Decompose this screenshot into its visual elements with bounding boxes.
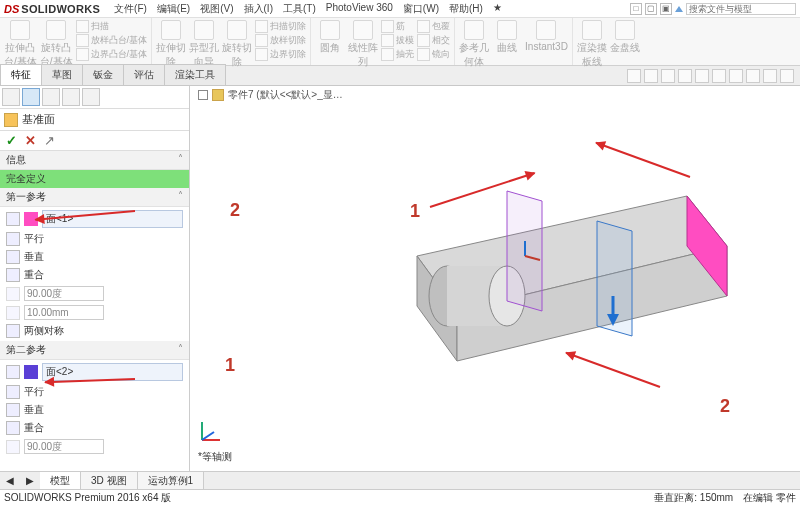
ribbon-cut-loft[interactable]: 放样切除 xyxy=(255,34,306,47)
ribbon-hole-wizard[interactable]: 异型孔 向导 xyxy=(189,20,219,69)
view-tool-icon[interactable] xyxy=(729,69,743,83)
view-tool-icon[interactable] xyxy=(695,69,709,83)
ribbon-mirror[interactable]: 镜向 xyxy=(417,48,450,61)
titlebar-icon[interactable]: ▢ xyxy=(645,3,657,15)
pattern-icon xyxy=(353,20,373,40)
first-ref-symmetry[interactable]: 两侧对称 xyxy=(4,323,185,339)
ribbon-revolve-boss[interactable]: 旋转凸 台/基体 xyxy=(40,20,73,69)
status-bar: SOLIDWORKS Premium 2016 x64 版 垂直距离: 150m… xyxy=(0,489,800,505)
section-second-ref-header[interactable]: 第二参考˄ xyxy=(0,341,189,360)
refgeo-icon xyxy=(464,20,484,40)
ribbon-wrap[interactable]: 包覆 xyxy=(417,20,450,33)
menu-star[interactable]: ★ xyxy=(491,2,504,16)
menu-photoview[interactable]: PhotoView 360 xyxy=(324,2,395,16)
tab-motion[interactable]: 运动算例1 xyxy=(138,472,205,490)
ds-logo-icon: DS xyxy=(4,3,19,15)
second-ref-coincident[interactable]: 重合 xyxy=(4,420,185,436)
view-tool-icon[interactable] xyxy=(746,69,760,83)
graphics-viewport[interactable]: 零件7 (默认<<默认>_显… 1 xyxy=(190,86,800,486)
first-ref-parallel[interactable]: 平行 xyxy=(4,231,185,247)
prev-tab-icon[interactable]: ◀ xyxy=(0,475,20,486)
ribbon-sweep[interactable]: 扫描 xyxy=(76,20,148,33)
cancel-button[interactable]: ✕ xyxy=(25,133,36,148)
ribbon-loft[interactable]: 放样凸台/基体 xyxy=(76,34,148,47)
ribbon-extrude-boss[interactable]: 拉伸凸 台/基体 xyxy=(4,20,37,69)
ok-button[interactable]: ✓ xyxy=(6,133,17,148)
menu-insert[interactable]: 插入(I) xyxy=(242,2,275,16)
menu-help[interactable]: 帮助(H) xyxy=(447,2,485,16)
first-ref-selection[interactable]: 面<1> xyxy=(4,209,185,229)
distance-input xyxy=(24,305,104,320)
ribbon-curves[interactable]: 曲线 xyxy=(492,20,522,55)
tab-render[interactable]: 渲染工具 xyxy=(164,64,226,85)
menu-edit[interactable]: 编辑(E) xyxy=(155,2,192,16)
ribbon-cut-extrude[interactable]: 拉伸切 除 xyxy=(156,20,186,69)
menu-tools[interactable]: 工具(T) xyxy=(281,2,318,16)
view-tool-icon[interactable] xyxy=(780,69,794,83)
tab-evaluate[interactable]: 评估 xyxy=(123,64,165,85)
config-tab-icon[interactable] xyxy=(42,88,60,106)
view-tool-icon[interactable] xyxy=(712,69,726,83)
ribbon-instant3d[interactable]: Instant3D xyxy=(525,20,568,52)
second-ref-parallel[interactable]: 平行 xyxy=(4,384,185,400)
pushpin-button[interactable]: ↗ xyxy=(44,133,55,148)
next-tab-icon[interactable]: ▶ xyxy=(20,475,40,486)
parallel-icon xyxy=(6,385,20,399)
tab-3dview[interactable]: 3D 视图 xyxy=(81,472,138,490)
ribbon-cut-boundary[interactable]: 边界切除 xyxy=(255,48,306,61)
property-manager-tab-icon[interactable] xyxy=(22,88,40,106)
ribbon-render-template[interactable]: 渲染摸 板线 xyxy=(577,20,607,69)
feature-tree-tab-icon[interactable] xyxy=(2,88,20,106)
section-first-ref-header[interactable]: 第一参考˄ xyxy=(0,188,189,207)
first-ref-angle xyxy=(4,285,185,302)
ribbon-linear-pattern[interactable]: 线性阵 列 xyxy=(348,20,378,69)
view-tool-icon[interactable] xyxy=(661,69,675,83)
second-ref-perp[interactable]: 垂直 xyxy=(4,402,185,418)
menu-view[interactable]: 视图(V) xyxy=(198,2,235,16)
work-area: 基准面 ✓ ✕ ↗ 信息˄ 完全定义 第一参考˄ 面<1> 平行 垂直 重合 两… xyxy=(0,86,800,486)
heads-up-toolbar xyxy=(627,69,800,85)
search-input[interactable] xyxy=(686,3,796,15)
ribbon-fillet[interactable]: 圆角 xyxy=(315,20,345,55)
ribbon-shell[interactable]: 抽壳 xyxy=(381,48,414,61)
first-ref-coincident[interactable]: 重合 xyxy=(4,267,185,283)
tab-model[interactable]: 模型 xyxy=(40,472,81,490)
display-tab-icon[interactable] xyxy=(82,88,100,106)
ribbon-cut-sweep[interactable]: 扫描切除 xyxy=(255,20,306,33)
ribbon-rib[interactable]: 筋 xyxy=(381,20,414,33)
view-tool-icon[interactable] xyxy=(644,69,658,83)
view-tool-icon[interactable] xyxy=(678,69,692,83)
expand-tree-icon[interactable] xyxy=(198,90,208,100)
sweep-icon xyxy=(76,20,89,33)
ribbon-ref-geometry[interactable]: 参考几 何体 xyxy=(459,20,489,69)
titlebar-icon[interactable]: □ xyxy=(630,3,642,15)
doc-title[interactable]: 零件7 (默认<<默认>_显… xyxy=(198,88,343,102)
tab-sketch[interactable]: 草图 xyxy=(41,64,83,85)
ribbon-boundary[interactable]: 边界凸台/基体 xyxy=(76,48,148,61)
ribbon-draft[interactable]: 拔模 xyxy=(381,34,414,47)
view-tool-icon[interactable] xyxy=(763,69,777,83)
orientation-triad-icon[interactable] xyxy=(196,418,224,446)
tab-feature[interactable]: 特征 xyxy=(0,64,42,85)
fillet-icon xyxy=(320,20,340,40)
revolve-icon xyxy=(46,20,66,40)
annotation-label-1-top: 1 xyxy=(410,201,420,222)
ribbon-collection[interactable]: 金盘线 xyxy=(610,20,640,55)
command-tabstrip: 特征 草图 钣金 评估 渲染工具 xyxy=(0,66,800,86)
expand-triangle-icon[interactable] xyxy=(675,6,683,12)
view-tool-icon[interactable] xyxy=(627,69,641,83)
titlebar-icon[interactable]: ▣ xyxy=(660,3,672,15)
dimxpert-tab-icon[interactable] xyxy=(62,88,80,106)
status-distance: 垂直距离: 150mm xyxy=(654,491,733,505)
first-ref-perp[interactable]: 垂直 xyxy=(4,249,185,265)
menu-file[interactable]: 文件(F) xyxy=(112,2,149,16)
perpendicular-icon xyxy=(6,250,20,264)
ribbon-intersect[interactable]: 相交 xyxy=(417,34,450,47)
menu-window[interactable]: 窗口(W) xyxy=(401,2,441,16)
angle-input xyxy=(24,286,104,301)
ribbon-cut-revolve[interactable]: 旋转切 除 xyxy=(222,20,252,69)
section-info-header[interactable]: 信息˄ xyxy=(0,151,189,170)
mirror-icon xyxy=(417,48,430,61)
svg-line-15 xyxy=(202,432,214,440)
tab-sheetmetal[interactable]: 钣金 xyxy=(82,64,124,85)
